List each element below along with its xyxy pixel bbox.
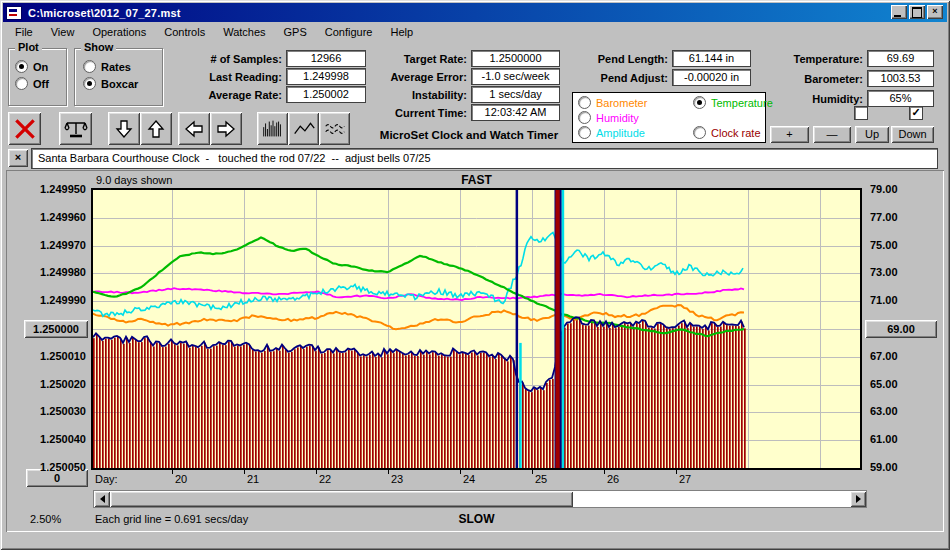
up-button[interactable]: Up	[855, 126, 889, 143]
rate-center-button[interactable]: 1.250000	[24, 320, 88, 338]
menu-operations[interactable]: Operations	[85, 24, 153, 40]
humidity-field[interactable]: 65%	[867, 90, 934, 107]
maximize-button[interactable]	[909, 5, 925, 19]
plot-on-label: On	[33, 61, 48, 73]
last-reading-label: Last Reading:	[168, 71, 286, 83]
last-reading-row: Last Reading: 1.249998	[168, 68, 366, 85]
pend-adjust-label: Pend Adjust:	[556, 72, 672, 84]
average-error-label: Average Error:	[340, 71, 471, 83]
barometer-field[interactable]: 1003.53	[867, 70, 934, 87]
arrow-up-icon	[144, 117, 168, 141]
minus-button[interactable]: —	[813, 126, 851, 143]
right-axis-label: 75.00	[870, 239, 898, 251]
day-tick	[532, 470, 533, 474]
plot-canvas[interactable]	[93, 190, 860, 468]
instability-row: Instability: 1 secs/day	[340, 86, 560, 103]
left-axis-label: 1.249980	[4, 266, 86, 278]
legend-radio-clock-rate[interactable]: Clock rate	[693, 126, 761, 139]
show-group-label: Show	[81, 41, 116, 53]
radio-boxcar-icon	[83, 77, 96, 90]
menu-configure[interactable]: Configure	[318, 24, 380, 40]
legend-radio-amplitude[interactable]: Amplitude	[578, 126, 645, 139]
day-number: 22	[319, 473, 331, 485]
radio-icon	[578, 111, 591, 124]
menu-watches[interactable]: Watches	[216, 24, 272, 40]
radio-on-icon	[15, 60, 28, 73]
day-number: 20	[175, 473, 187, 485]
right-triangle-icon	[856, 495, 861, 503]
radio-icon	[578, 96, 591, 109]
temperature-field[interactable]: 69.69	[867, 50, 934, 67]
close-icon: ×	[932, 6, 937, 16]
line-view-button[interactable]	[288, 112, 319, 145]
app-title: MicroSet Clock and Watch Timer	[370, 129, 568, 141]
menu-help[interactable]: Help	[384, 24, 421, 40]
balance-button[interactable]	[59, 112, 92, 145]
scroll-right-button[interactable]	[850, 491, 866, 507]
arrow-left-button[interactable]	[178, 112, 210, 145]
arrow-left-icon	[182, 117, 206, 141]
red-x-icon	[12, 116, 38, 142]
plot-off-radio[interactable]: Off	[15, 77, 49, 90]
left-axis-label: 1.249950	[4, 183, 86, 195]
pend-length-field[interactable]: 61.144 in	[672, 50, 751, 67]
plot-groupbox: Plot On Off	[8, 48, 67, 106]
menu-controls[interactable]: Controls	[157, 24, 212, 40]
plot-on-radio[interactable]: On	[15, 60, 48, 73]
show-boxcar-radio[interactable]: Boxcar	[83, 77, 138, 90]
time-scrollbar[interactable]	[93, 490, 867, 508]
plus-button[interactable]: +	[770, 126, 809, 143]
barometer-row: Barometer: 1003.53	[748, 70, 934, 87]
legend-radio-temperature[interactable]: Temperature	[693, 96, 773, 109]
app-window: C:\microset\2012_07_27.mst × FileViewOpe…	[0, 0, 950, 550]
menu-view[interactable]: View	[44, 24, 82, 40]
menu-file[interactable]: File	[8, 24, 40, 40]
legend-radio-barometer[interactable]: Barometer	[578, 96, 647, 109]
histogram-view-button[interactable]	[257, 112, 288, 145]
day-tick	[316, 470, 317, 474]
legend-label: Barometer	[596, 97, 647, 109]
target-rate-field[interactable]: 1.2500000	[471, 50, 560, 67]
arrow-right-button[interactable]	[210, 112, 242, 145]
day-tick	[172, 470, 173, 474]
pend-adjust-row: Pend Adjust: -0.00020 in	[556, 69, 751, 86]
close-button[interactable]: ×	[927, 5, 943, 19]
instability-field[interactable]: 1 secs/day	[471, 86, 560, 103]
show-boxcar-label: Boxcar	[101, 78, 138, 90]
scroll-left-button[interactable]	[94, 491, 110, 507]
cancel-button[interactable]	[8, 112, 41, 145]
legend-radio-humidity[interactable]: Humidity	[578, 111, 639, 124]
legend-panel: BarometerHumidityAmplitudeTemperatureClo…	[572, 92, 766, 143]
show-rates-radio[interactable]: Rates	[83, 60, 131, 73]
status-text-field[interactable]: Santa Barbara Courthouse Clock - touched…	[31, 148, 938, 169]
menu-gps[interactable]: GPS	[277, 24, 314, 40]
checkbox-1[interactable]	[854, 106, 868, 120]
day-axis-label: Day:	[95, 473, 118, 485]
fast-label: FAST	[91, 173, 862, 187]
down-button[interactable]: Down	[891, 126, 934, 143]
barometer-label: Barometer:	[748, 73, 867, 85]
pend-adjust-field[interactable]: -0.00020 in	[672, 69, 751, 86]
arrow-down-icon	[112, 117, 136, 141]
arrow-down-button[interactable]	[108, 112, 140, 145]
day-tick	[460, 470, 461, 474]
clear-status-button[interactable]: ×	[8, 149, 28, 167]
pend-length-row: Pend Length: 61.144 in	[556, 50, 751, 67]
show-rates-label: Rates	[101, 61, 131, 73]
temp-center-button[interactable]: 69.00	[865, 320, 937, 338]
day-tick	[676, 470, 677, 474]
average-error-field[interactable]: -1.0 sec/week	[471, 68, 560, 85]
show-groupbox: Show Rates Boxcar	[74, 48, 163, 106]
minimize-button[interactable]	[891, 5, 907, 19]
right-axis-label: 59.00	[870, 461, 898, 473]
arrow-up-button[interactable]	[140, 112, 172, 145]
day-number: 27	[679, 473, 691, 485]
current-time-label: Current Time:	[340, 107, 471, 119]
current-time-field[interactable]: 12:03:42 AM	[471, 104, 560, 121]
day-tick	[604, 470, 605, 474]
average-rate-label: Average Rate:	[168, 89, 286, 101]
checkbox-2[interactable]: ✓	[909, 106, 923, 120]
wave-view-button[interactable]	[319, 112, 350, 145]
scrollbar-thumb[interactable]	[110, 491, 573, 507]
left-axis-label: 1.249960	[4, 211, 86, 223]
